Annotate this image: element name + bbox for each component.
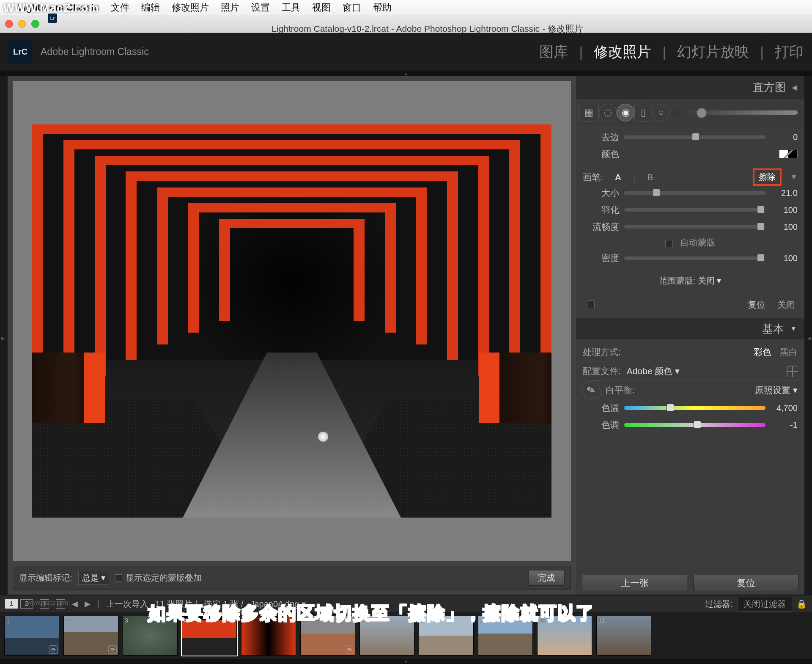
menu-develop[interactable]: 修改照片	[172, 1, 209, 14]
thumbnail[interactable]: 1⟳	[4, 616, 59, 656]
thumbnail[interactable]: 11	[596, 616, 651, 656]
range-mask-dropdown[interactable]: 关闭 ▾	[698, 276, 721, 285]
brush-label: 画笔:	[583, 171, 603, 183]
feather-label: 羽化	[583, 204, 619, 216]
profile-browser-icon[interactable]	[787, 366, 798, 377]
filter-label: 过滤器:	[705, 598, 733, 610]
menu-settings[interactable]: 设置	[251, 1, 270, 14]
done-button[interactable]: 完成	[528, 570, 565, 586]
source-label[interactable]: 上一次导入	[106, 598, 148, 610]
module-picker: 图库 | 修改照片 | 幻灯片放映 | 打印	[539, 42, 804, 62]
gradient-tool-icon[interactable]: ▯	[634, 104, 652, 121]
overlay-checkbox[interactable]: 显示选定的蒙版叠加	[115, 572, 202, 584]
tint-label: 色调	[583, 419, 619, 431]
density-slider[interactable]	[624, 256, 765, 260]
radial-tool-icon[interactable]: ○	[652, 104, 670, 121]
chevron-down-icon[interactable]: ▼	[790, 173, 798, 182]
app-logo-icon: LrC	[8, 40, 32, 64]
filter-dropdown[interactable]: 关闭过滤器	[737, 597, 792, 612]
module-develop[interactable]: 修改照片	[594, 42, 651, 62]
brush-tool-slider[interactable]	[674, 110, 798, 115]
brush-a-button[interactable]: A	[612, 171, 625, 183]
tint-value: -1	[771, 420, 798, 430]
menu-edit[interactable]: 编辑	[141, 1, 160, 14]
treatment-color-button[interactable]: 彩色	[754, 346, 771, 358]
window-title: Lr Lightroom Catalog-v10-2.lrcat - Adobe…	[48, 14, 807, 35]
brush-b-button[interactable]: B	[644, 171, 656, 183]
range-mask-label: 范围蒙版:	[659, 276, 696, 285]
thumbnail[interactable]: 2⟳	[63, 616, 118, 656]
mask-close-button[interactable]: 关闭	[777, 299, 795, 311]
basic-title: 基本	[762, 322, 784, 336]
flow-value: 100	[771, 222, 798, 232]
watermark: WWW.MacZ.com	[0, 0, 103, 17]
top-panel-handle[interactable]	[0, 71, 812, 76]
menu-photo[interactable]: 照片	[221, 1, 239, 14]
defringe-value: 0	[771, 132, 798, 142]
window-minimize-button[interactable]	[18, 20, 26, 28]
nav-fwd-icon[interactable]: ▶	[85, 599, 91, 609]
wb-dropdown[interactable]: 原照设置 ▾	[641, 384, 798, 396]
module-library[interactable]: 图库	[539, 42, 568, 62]
module-print[interactable]: 打印	[775, 42, 804, 62]
color-swatch[interactable]	[779, 150, 798, 158]
show-edit-dropdown[interactable]: 总是 ▾	[78, 571, 110, 585]
window-zoom-button[interactable]	[31, 20, 39, 28]
temp-value: 4,700	[771, 403, 798, 413]
flow-label: 流畅度	[583, 221, 619, 233]
sync-icon: ⟳	[345, 645, 354, 654]
app-header: LrC Adobe Lightroom Classic 图库 | 修改照片 | …	[0, 33, 812, 71]
menu-tools[interactable]: 工具	[282, 1, 300, 14]
mask-reset-button[interactable]: 复位	[748, 299, 765, 311]
profile-dropdown[interactable]: Adobe 颜色 ▾	[627, 365, 781, 377]
automask-checkbox[interactable]	[665, 240, 672, 247]
filter-lock-icon[interactable]: 🔒	[796, 599, 807, 609]
menu-help[interactable]: 帮助	[373, 1, 392, 14]
mask-toggle-switch[interactable]	[587, 300, 595, 308]
window-traffic-lights	[5, 20, 39, 28]
crop-tool-icon[interactable]: ▦	[579, 104, 599, 121]
right-panel-handle[interactable]	[804, 76, 812, 595]
sync-icon: ⟳	[49, 645, 58, 654]
basic-panel-header[interactable]: 基本 ▼	[576, 318, 804, 339]
photo-preview[interactable]	[32, 124, 551, 518]
histogram-title: 直方图	[753, 80, 786, 95]
reset-button[interactable]: 复位	[693, 575, 798, 591]
treatment-bw-button[interactable]: 黑白	[780, 346, 798, 358]
window-close-button[interactable]	[5, 20, 13, 28]
image-canvas[interactable]	[13, 81, 571, 561]
brush-pin-icon[interactable]	[318, 431, 329, 442]
flow-slider[interactable]	[624, 225, 765, 229]
canvas-toolbar: 显示编辑标记: 总是 ▾ 显示选定的蒙版叠加 完成	[13, 566, 571, 590]
size-slider[interactable]	[624, 191, 765, 195]
nav-back-icon[interactable]: ◀	[72, 599, 78, 609]
left-panel-handle[interactable]	[0, 76, 8, 595]
window-title-text: Lightroom Catalog-v10-2.lrcat - Adobe Ph…	[272, 24, 583, 33]
size-label: 大小	[583, 187, 619, 199]
chevron-left-icon: ◀	[792, 83, 797, 91]
tint-slider[interactable]	[624, 423, 765, 427]
bottom-panel-handle[interactable]	[0, 659, 812, 664]
prev-photo-button[interactable]: 上一张	[582, 575, 687, 591]
thumb-watermark: www.macz.com	[27, 599, 68, 606]
treatment-label: 处理方式:	[583, 346, 621, 358]
redeye-tool-icon[interactable]: ◉	[617, 104, 634, 121]
brush-erase-button[interactable]: 擦除	[753, 168, 782, 186]
eyedropper-icon[interactable]: ✎	[580, 379, 602, 401]
spot-tool-icon[interactable]: ◌	[599, 104, 617, 121]
right-panel: 直方图 ◀ ▦ ◌ ◉ ▯ ○ 去边 0 颜色	[576, 76, 804, 595]
size-value: 21.0	[771, 188, 798, 198]
temp-slider[interactable]	[624, 406, 765, 410]
tutorial-annotation: 如果要移除多余的区域切换至「擦除」，擦除就可以了	[148, 601, 595, 625]
feather-slider[interactable]	[624, 208, 765, 212]
module-slideshow[interactable]: 幻灯片放映	[677, 42, 749, 62]
display-1-button[interactable]: 1	[5, 599, 18, 609]
nav-buttons: 上一张 复位	[576, 571, 804, 595]
menu-file[interactable]: 文件	[111, 1, 129, 14]
menu-view[interactable]: 视图	[312, 1, 331, 14]
defringe-slider[interactable]	[624, 135, 765, 139]
menu-window[interactable]: 窗口	[343, 1, 361, 14]
photo-content	[32, 124, 551, 518]
histogram-header[interactable]: 直方图 ◀	[576, 76, 804, 99]
window-titlebar: Lr Lightroom Catalog-v10-2.lrcat - Adobe…	[0, 15, 812, 33]
